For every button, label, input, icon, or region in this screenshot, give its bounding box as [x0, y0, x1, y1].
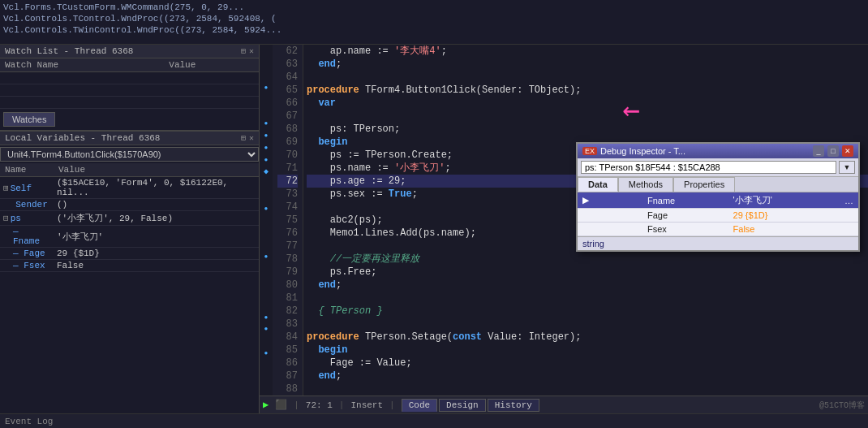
code-line-66: var — [307, 97, 868, 110]
dot-63 — [260, 57, 273, 69]
watch-list-header: Watch List - Thread 6368 ⊞ ✕ — [0, 45, 259, 58]
close-icon2[interactable]: ✕ — [249, 133, 254, 143]
debug-row-arrow3 — [578, 223, 642, 236]
var-row-fsex: — Fsex False — [0, 260, 259, 272]
line-numbers: 6263646566 6768697071 72 73747576 777879… — [273, 45, 303, 396]
debug-fname-more[interactable]: … — [840, 192, 858, 209]
call-stack-panel: Vcl.Forms.TCustomForm.WMCommand(275, 0, … — [0, 0, 868, 45]
dot-70: ● — [260, 141, 273, 153]
dot-66 — [260, 93, 273, 106]
debug-inspector-title: EX Debug Inspector - T... _ □ ✕ — [578, 144, 858, 158]
debug-footer: string — [578, 236, 858, 250]
close-button[interactable]: ✕ — [842, 145, 853, 157]
watch-list-icons: ⊞ ✕ — [241, 46, 254, 56]
debug-row-fname[interactable]: ▶ Fname '小李飞刀' … — [578, 192, 858, 209]
var-row-fage: — Fage 29 {$1D} — [0, 248, 259, 260]
expand-icon-sender — [3, 200, 14, 210]
code-line-68: ps: TPerson; — [307, 123, 868, 136]
code-line-64 — [307, 71, 868, 84]
code-line-82: { TPerson } — [307, 305, 868, 318]
code-line-62: ap.name := '李大嘴4'; — [307, 45, 868, 58]
debug-row-arrow2 — [578, 209, 642, 223]
code-panel: ● ● ● ● ● ◆ ● ● ● — [260, 45, 868, 413]
dot-71: ● — [260, 153, 273, 166]
debug-fage-label: Fage — [642, 209, 728, 223]
dot-80 — [260, 262, 273, 275]
cursor-position: 72: 1 — [306, 400, 333, 410]
vars-col-name: Name — [0, 163, 54, 177]
code-line-86: Fage := Value; — [307, 357, 868, 370]
code-line-88 — [307, 383, 868, 396]
scope-selector[interactable]: Unit4.TForm4.Button1Click($1570A90) — [0, 147, 259, 162]
maximize-button[interactable]: □ — [827, 145, 839, 157]
code-line-67 — [307, 110, 868, 123]
tab-design[interactable]: Design — [439, 399, 486, 412]
debug-tab-data[interactable]: Data — [578, 177, 618, 192]
debug-fname-label: Fname — [642, 192, 728, 209]
debug-row-fage[interactable]: Fage 29 {$1D} — [578, 209, 858, 223]
local-vars-icons: ⊞ ✕ — [241, 133, 254, 143]
stop-button[interactable]: ⬛ — [275, 399, 287, 411]
watches-tab-button[interactable]: Watches — [3, 112, 55, 127]
dot-62 — [260, 45, 273, 57]
tab-history[interactable]: History — [488, 399, 539, 412]
dropdown-button[interactable]: ▼ — [839, 161, 855, 174]
debug-fsex-value: False — [728, 223, 840, 236]
debug-fname-value: '小李飞刀' — [728, 192, 840, 209]
dot-90 — [260, 383, 273, 396]
main-layout: Watch List - Thread 6368 ⊞ ✕ Watch Name … — [0, 45, 868, 413]
dot-78 — [260, 238, 273, 250]
dot-89 — [260, 371, 273, 383]
dot-77 — [260, 226, 273, 238]
debug-fage-value: 29 {$1D} — [728, 209, 840, 223]
watch-table: Watch Name Value — [0, 58, 259, 109]
dot-79: ● — [260, 250, 273, 262]
dot-87: ● — [260, 347, 273, 359]
debug-inspector-input[interactable] — [581, 161, 836, 174]
local-vars-header: Local Variables - Thread 6368 ⊞ ✕ — [0, 131, 259, 145]
vars-col-value: Value — [54, 163, 259, 177]
var-row-sender: Sender () — [0, 199, 259, 211]
debug-fage-more — [840, 209, 858, 223]
play-button[interactable]: ▶ — [263, 399, 269, 411]
dot-85: ● — [260, 322, 273, 335]
code-tabs: Code Design History — [402, 399, 539, 412]
event-log-bar: Event Log — [0, 413, 868, 428]
vars-table: Name Value ⊞Self ($15ACE10, 'Form4', 0, … — [0, 163, 259, 272]
call-stack-line-2: Vcl.Controls.TControl.WndProc((273, 2584… — [3, 13, 865, 24]
dot-74 — [260, 190, 273, 202]
tab-code[interactable]: Code — [402, 399, 437, 412]
dot-76 — [260, 214, 273, 226]
debug-inspector-icon: EX — [582, 147, 597, 155]
dot-67 — [260, 105, 273, 117]
debug-tab-methods[interactable]: Methods — [618, 177, 673, 192]
var-row-fname: — Fname '小李飞刀' — [0, 226, 259, 248]
dot-84: ● — [260, 311, 273, 323]
watch-col-name: Watch Name — [0, 58, 164, 72]
code-line-83 — [307, 318, 868, 331]
close-icon[interactable]: ✕ — [249, 46, 254, 56]
debug-type-label: string — [582, 239, 604, 249]
debug-row-fsex[interactable]: Fsex False — [578, 223, 858, 236]
call-stack-line-3: Vcl.Controls.TWinControl.WndProc((273, 2… — [3, 24, 865, 36]
status-bar: ▶ ⬛ | 72: 1 | Insert | Code Design Histo… — [260, 396, 868, 413]
var-row-ps: ⊟ps ('小李飞刀', 29, False) — [0, 211, 259, 226]
code-line-84: procedure TPerson.Setage(const Value: In… — [307, 331, 868, 344]
dot-83 — [260, 299, 273, 311]
dot-73 — [260, 178, 273, 190]
debug-fsex-label: Fsex — [642, 223, 728, 236]
expand-icon-ps[interactable]: ⊟ — [3, 214, 9, 223]
dot-68: ● — [260, 117, 273, 129]
minimize-button[interactable]: _ — [813, 145, 824, 157]
watch-col-value: Value — [164, 58, 259, 72]
expand-icon-self[interactable]: ⊞ — [3, 184, 9, 193]
dot-area: ● ● ● ● ● ◆ ● ● ● — [260, 45, 273, 396]
dot-75: ● — [260, 202, 273, 214]
debug-tab-properties[interactable]: Properties — [673, 177, 735, 192]
debug-fsex-more — [840, 223, 858, 236]
code-line-65: procedure TForm4.Button1Click(Sender: TO… — [307, 84, 868, 97]
call-stack-line-1: Vcl.Forms.TCustomForm.WMCommand(275, 0, … — [3, 2, 865, 13]
pin-icon[interactable]: ⊞ — [241, 46, 246, 56]
pin-icon2[interactable]: ⊞ — [241, 133, 246, 143]
code-line-81 — [307, 292, 868, 305]
